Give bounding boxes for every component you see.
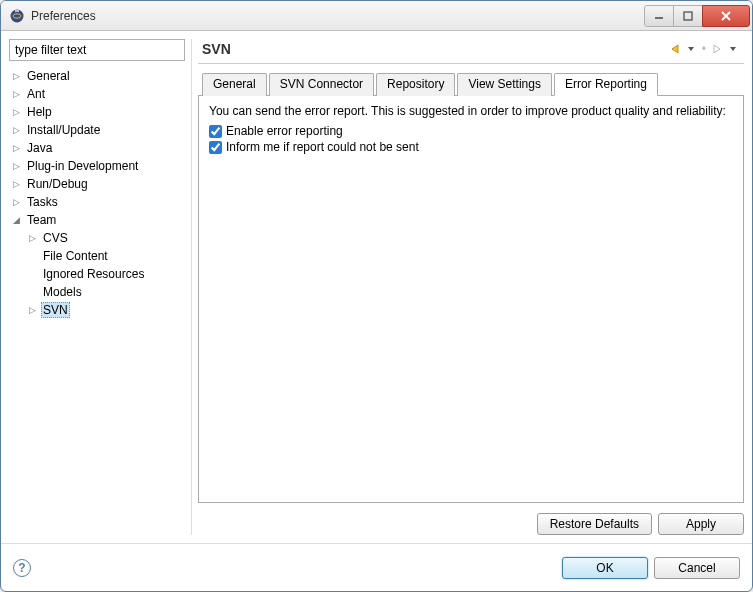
tree-item-label: SVN: [41, 302, 70, 318]
content-area: ▷General▷Ant▷Help▷Install/Update▷Java▷Pl…: [1, 31, 752, 543]
tree-item-label: Ignored Resources: [41, 267, 146, 281]
forward-icon[interactable]: [710, 42, 724, 56]
twisty-collapsed-icon: ▷: [13, 143, 25, 153]
tree-item-label: General: [25, 69, 72, 83]
restore-defaults-button[interactable]: Restore Defaults: [537, 513, 652, 535]
filter-input[interactable]: [9, 39, 185, 61]
divider: [191, 39, 192, 535]
twisty-collapsed-icon: ▷: [13, 161, 25, 171]
window-title: Preferences: [31, 9, 645, 23]
tree-item-team[interactable]: ◢Team: [9, 211, 185, 229]
tree-item-label: Tasks: [25, 195, 60, 209]
nav-separator: •: [700, 42, 708, 56]
twisty-collapsed-icon: ▷: [13, 89, 25, 99]
maximize-button[interactable]: [673, 5, 703, 27]
tree-item-ant[interactable]: ▷Ant: [9, 85, 185, 103]
option-label: Inform me if report could not be sent: [226, 140, 419, 154]
tree-item-label: Java: [25, 141, 54, 155]
twisty-expanded-icon: ◢: [13, 215, 25, 225]
tree-item-label: Models: [41, 285, 84, 299]
tree-item-label: Team: [25, 213, 58, 227]
tree-item-plug-in-development[interactable]: ▷Plug-in Development: [9, 157, 185, 175]
tab-bar: GeneralSVN ConnectorRepositoryView Setti…: [198, 72, 744, 96]
tree-item-file-content[interactable]: File Content: [9, 247, 185, 265]
window-controls: [645, 5, 750, 27]
tree-item-label: File Content: [41, 249, 110, 263]
back-icon[interactable]: [668, 42, 682, 56]
tree-item-label: Install/Update: [25, 123, 102, 137]
help-icon[interactable]: ?: [13, 559, 31, 577]
tab-view-settings[interactable]: View Settings: [457, 73, 552, 96]
forward-menu-icon[interactable]: [726, 42, 740, 56]
svg-rect-1: [15, 10, 19, 12]
tab-svn-connector[interactable]: SVN Connector: [269, 73, 374, 96]
tree-item-label: Plug-in Development: [25, 159, 140, 173]
option-checkbox[interactable]: [209, 141, 222, 154]
twisty-collapsed-icon: ▷: [13, 125, 25, 135]
option-row[interactable]: Enable error reporting: [209, 124, 733, 138]
tree-item-label: Ant: [25, 87, 47, 101]
sidebar: ▷General▷Ant▷Help▷Install/Update▷Java▷Pl…: [9, 39, 185, 535]
option-row[interactable]: Inform me if report could not be sent: [209, 140, 733, 154]
tree-item-general[interactable]: ▷General: [9, 67, 185, 85]
tree-item-label: Run/Debug: [25, 177, 90, 191]
preference-tree[interactable]: ▷General▷Ant▷Help▷Install/Update▷Java▷Pl…: [9, 65, 185, 535]
tree-item-label: Help: [25, 105, 54, 119]
tree-item-java[interactable]: ▷Java: [9, 139, 185, 157]
tab-general[interactable]: General: [202, 73, 267, 96]
twisty-collapsed-icon: ▷: [13, 71, 25, 81]
panel-intro-text: You can send the error report. This is s…: [209, 104, 733, 118]
panel-button-row: Restore Defaults Apply: [198, 509, 744, 535]
tree-item-cvs[interactable]: ▷CVS: [9, 229, 185, 247]
history-nav: •: [668, 42, 740, 56]
app-icon: [9, 8, 25, 24]
tab-error-reporting[interactable]: Error Reporting: [554, 73, 658, 96]
twisty-collapsed-icon: ▷: [29, 305, 41, 315]
cancel-button[interactable]: Cancel: [654, 557, 740, 579]
close-button[interactable]: [702, 5, 750, 27]
apply-button[interactable]: Apply: [658, 513, 744, 535]
tree-item-install-update[interactable]: ▷Install/Update: [9, 121, 185, 139]
page-title: SVN: [202, 41, 668, 57]
tree-item-run-debug[interactable]: ▷Run/Debug: [9, 175, 185, 193]
tab-repository[interactable]: Repository: [376, 73, 455, 96]
tree-item-label: CVS: [41, 231, 70, 245]
twisty-collapsed-icon: ▷: [13, 107, 25, 117]
main-panel: SVN • GeneralSVN ConnectorRepositoryView…: [198, 39, 744, 535]
twisty-collapsed-icon: ▷: [13, 179, 25, 189]
ok-button[interactable]: OK: [562, 557, 648, 579]
tree-item-models[interactable]: Models: [9, 283, 185, 301]
tab-panel-error-reporting: You can send the error report. This is s…: [198, 96, 744, 503]
main-header: SVN •: [198, 39, 744, 64]
minimize-button[interactable]: [644, 5, 674, 27]
option-label: Enable error reporting: [226, 124, 343, 138]
back-menu-icon[interactable]: [684, 42, 698, 56]
twisty-collapsed-icon: ▷: [13, 197, 25, 207]
option-checkbox[interactable]: [209, 125, 222, 138]
svg-rect-4: [684, 12, 692, 20]
tree-item-svn[interactable]: ▷SVN: [9, 301, 185, 319]
tree-item-ignored-resources[interactable]: Ignored Resources: [9, 265, 185, 283]
titlebar: Preferences: [1, 1, 752, 31]
footer: ? OK Cancel: [1, 543, 752, 591]
tree-item-tasks[interactable]: ▷Tasks: [9, 193, 185, 211]
twisty-collapsed-icon: ▷: [29, 233, 41, 243]
tree-item-help[interactable]: ▷Help: [9, 103, 185, 121]
